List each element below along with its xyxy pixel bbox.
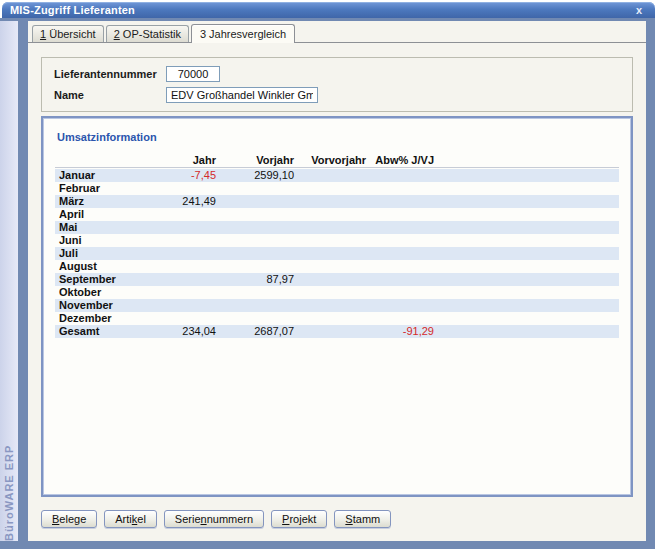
stamm-button[interactable]: Stamm (334, 510, 391, 528)
table-row[interactable]: Gesamt234,042687,07-91,29 (55, 325, 619, 338)
month-cell: November (57, 299, 162, 312)
artikel-button[interactable]: Artikel (104, 510, 157, 528)
table-row[interactable]: Dezember (55, 312, 619, 325)
client-area: 1 Übersicht 2 OP-Statistik 3 Jahresvergl… (28, 21, 646, 541)
month-cell: April (57, 208, 162, 221)
table-row[interactable]: Januar-7,452599,10 (55, 169, 619, 182)
month-cell: Oktober (57, 286, 162, 299)
app-window: MIS-Zugriff Lieferanten x BüroWARE ERP 1… (0, 0, 655, 549)
month-cell: Februar (57, 182, 162, 195)
table-row[interactable]: November (55, 299, 619, 312)
table-row[interactable]: April (55, 208, 619, 221)
month-cell: Gesamt (57, 325, 162, 338)
table-row[interactable]: Juni (55, 234, 619, 247)
value-cell: 241,49 (162, 195, 218, 208)
seriennummern-button[interactable]: Seriennummern (164, 510, 264, 528)
supplier-name-input[interactable] (166, 87, 318, 103)
table-row[interactable]: August (55, 260, 619, 273)
window-frame: BüroWARE ERP 1 Übersicht 2 OP-Statistik … (0, 18, 655, 549)
month-cell: Juli (57, 247, 162, 260)
supplier-number-label: Lieferantennummer (54, 68, 166, 80)
brand-logo-text: BüroWARE ERP (3, 39, 15, 541)
value-cell: 87,97 (218, 273, 296, 286)
projekt-button[interactable]: Projekt (271, 510, 327, 528)
column-header: Jahr (162, 154, 218, 167)
supplier-name-row: Name (54, 86, 620, 103)
supplier-number-row: Lieferantennummer (54, 65, 620, 82)
close-icon[interactable]: x (631, 4, 647, 16)
supplier-form-group: Lieferantennummer Name (41, 57, 633, 112)
footer-button-bar: Belege Artikel Seriennummern Projekt Sta… (28, 497, 646, 541)
month-cell: Juni (57, 234, 162, 247)
table-row[interactable]: Oktober (55, 286, 619, 299)
supplier-number-input[interactable] (166, 66, 220, 82)
supplier-name-label: Name (54, 89, 166, 101)
month-cell: März (57, 195, 162, 208)
value-cell: 234,04 (162, 325, 218, 338)
tab-uebersicht[interactable]: 1 Übersicht (32, 25, 104, 42)
umsatz-panel: Umsatzinformation JahrVorjahrVorvorjahrA… (41, 116, 633, 497)
month-cell: Mai (57, 221, 162, 234)
column-header: Vorjahr (218, 154, 296, 167)
title-bar[interactable]: MIS-Zugriff Lieferanten x (2, 2, 655, 18)
month-cell: Dezember (57, 312, 162, 325)
column-header: Abw% J/VJ (368, 154, 436, 167)
tab-strip: 1 Übersicht 2 OP-Statistik 3 Jahresvergl… (28, 21, 646, 43)
umsatz-table-body: Januar-7,452599,10FebruarMärz241,49April… (55, 169, 619, 338)
value-cell: 2599,10 (218, 169, 296, 182)
umsatz-panel-title: Umsatzinformation (57, 131, 619, 143)
tab-op-statistik[interactable]: 2 OP-Statistik (106, 25, 189, 42)
tab-jahresvergleich[interactable]: 3 Jahresvergleich (191, 24, 295, 43)
window-title: MIS-Zugriff Lieferanten (10, 4, 135, 16)
brand-strip: BüroWARE ERP (0, 21, 18, 541)
value-cell: -91,29 (368, 325, 436, 338)
month-cell: September (57, 273, 162, 286)
table-row[interactable]: März241,49 (55, 195, 619, 208)
month-cell: Januar (57, 169, 162, 182)
table-row[interactable]: Mai (55, 221, 619, 234)
table-row[interactable]: September87,97 (55, 273, 619, 286)
umsatz-table-header: JahrVorjahrVorvorjahrAbw% J/VJ (55, 153, 619, 168)
belege-button[interactable]: Belege (41, 510, 97, 528)
table-row[interactable]: Februar (55, 182, 619, 195)
column-header: Vorvorjahr (296, 154, 368, 167)
table-row[interactable]: Juli (55, 247, 619, 260)
month-cell: August (57, 260, 162, 273)
value-cell: 2687,07 (218, 325, 296, 338)
value-cell: -7,45 (162, 169, 218, 182)
